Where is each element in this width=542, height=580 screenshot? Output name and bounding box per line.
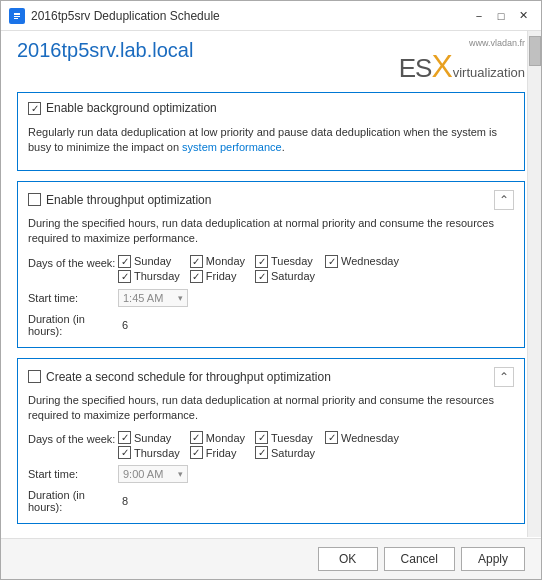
day-wednesday-1-label: Wednesday	[341, 255, 399, 267]
maximize-button[interactable]: □	[491, 6, 511, 26]
content-area: Enable background optimization Regularly…	[1, 86, 541, 538]
title-bar-left: 2016tp5srv Deduplication Schedule	[9, 8, 220, 24]
svg-rect-2	[14, 16, 20, 17]
brand-site: www.vladan.fr	[399, 39, 525, 48]
throughput-start-time-select[interactable]: 1:45 AM ▾	[118, 289, 188, 307]
day-tuesday-2: Tuesday	[255, 431, 315, 444]
day-saturday-2: Saturday	[255, 446, 315, 459]
throughput-time-dropdown-icon: ▾	[178, 293, 183, 303]
second-schedule-checkbox[interactable]	[28, 370, 41, 383]
second-schedule-section: Create a second schedule for throughput …	[17, 358, 525, 525]
day-tuesday-1: Tuesday	[255, 255, 315, 268]
second-schedule-description: During the specified hours, run data ded…	[28, 393, 514, 424]
brand-es: ES	[399, 55, 432, 81]
day-monday-2: Monday	[190, 431, 245, 444]
throughput-start-time-label: Start time:	[28, 292, 118, 304]
bg-checkbox-text: Enable background optimization	[46, 101, 217, 115]
throughput-days-row: Days of the week: Sunday Monday Tuesday	[28, 255, 514, 283]
throughput-checkbox-text: Enable throughput optimization	[46, 193, 211, 207]
day-thursday-1: Thursday	[118, 270, 180, 283]
throughput-start-time-row: Start time: 1:45 AM ▾	[28, 289, 514, 307]
day-wednesday-2-checkbox[interactable]	[325, 431, 338, 444]
second-start-time-row: Start time: 9:00 AM ▾	[28, 465, 514, 483]
minimize-button[interactable]: −	[469, 6, 489, 26]
scrollbar-track[interactable]	[527, 31, 541, 537]
day-sunday-1-label: Sunday	[134, 255, 171, 267]
second-start-time-value: 9:00 AM	[123, 468, 163, 480]
day-monday-2-label: Monday	[206, 432, 245, 444]
day-sunday-1-checkbox[interactable]	[118, 255, 131, 268]
day-saturday-1-label: Saturday	[271, 270, 315, 282]
throughput-duration-row: Duration (in hours): 6	[28, 313, 514, 337]
day-wednesday-1-checkbox[interactable]	[325, 255, 338, 268]
brand-virt: virtualization	[453, 66, 525, 79]
apply-button[interactable]: Apply	[461, 547, 525, 571]
day-saturday-1-checkbox[interactable]	[255, 270, 268, 283]
throughput-duration-value: 6	[122, 319, 128, 331]
day-friday-1-label: Friday	[206, 270, 237, 282]
svg-rect-1	[14, 13, 20, 15]
day-friday-2-label: Friday	[206, 447, 237, 459]
second-days-grid: Sunday Monday Tuesday Wednesday	[118, 431, 399, 459]
day-monday-2-checkbox[interactable]	[190, 431, 203, 444]
second-schedule-header: Create a second schedule for throughput …	[28, 367, 514, 387]
day-wednesday-2: Wednesday	[325, 431, 399, 444]
second-duration-row: Duration (in hours): 8	[28, 489, 514, 513]
second-schedule-checkbox-label[interactable]: Create a second schedule for throughput …	[28, 370, 331, 384]
day-wednesday-2-label: Wednesday	[341, 432, 399, 444]
day-tuesday-2-checkbox[interactable]	[255, 431, 268, 444]
second-schedule-collapse-button[interactable]: ⌃	[494, 367, 514, 387]
brand-x: X	[431, 50, 452, 82]
brand-logo: www.vladan.fr ES X virtualization	[399, 39, 525, 82]
scrollbar-thumb[interactable]	[529, 36, 541, 66]
cancel-button[interactable]: Cancel	[384, 547, 455, 571]
day-sunday-2-checkbox[interactable]	[118, 431, 131, 444]
bg-section: Enable background optimization Regularly…	[17, 92, 525, 171]
throughput-checkbox-label[interactable]: Enable throughput optimization	[28, 193, 211, 207]
throughput-description: During the specified hours, run data ded…	[28, 216, 514, 247]
second-time-dropdown-icon: ▾	[178, 469, 183, 479]
throughput-section-header: Enable throughput optimization ⌃	[28, 190, 514, 210]
throughput-collapse-button[interactable]: ⌃	[494, 190, 514, 210]
day-thursday-1-checkbox[interactable]	[118, 270, 131, 283]
second-days-row: Days of the week: Sunday Monday Tuesday	[28, 431, 514, 459]
day-thursday-2-checkbox[interactable]	[118, 446, 131, 459]
day-sunday-1: Sunday	[118, 255, 180, 268]
bg-checkbox-label[interactable]: Enable background optimization	[28, 101, 217, 115]
second-duration-label: Duration (in hours):	[28, 489, 118, 513]
day-friday-2-checkbox[interactable]	[190, 446, 203, 459]
day-friday-1-checkbox[interactable]	[190, 270, 203, 283]
day-tuesday-1-checkbox[interactable]	[255, 255, 268, 268]
throughput-days-label: Days of the week:	[28, 255, 118, 269]
second-schedule-checkbox-text: Create a second schedule for throughput …	[46, 370, 331, 384]
day-monday-1-label: Monday	[206, 255, 245, 267]
second-duration-value: 8	[122, 495, 128, 507]
second-days-label: Days of the week:	[28, 431, 118, 445]
day-monday-1: Monday	[190, 255, 245, 268]
day-thursday-2-label: Thursday	[134, 447, 180, 459]
ok-button[interactable]: OK	[318, 547, 378, 571]
day-saturday-1: Saturday	[255, 270, 315, 283]
throughput-start-time-value: 1:45 AM	[123, 292, 163, 304]
throughput-days-grid: Sunday Monday Tuesday Wednesday	[118, 255, 399, 283]
app-icon	[9, 8, 25, 24]
svg-rect-3	[14, 18, 18, 19]
title-bar: 2016tp5srv Deduplication Schedule − □ ✕	[1, 1, 541, 31]
bg-checkbox[interactable]	[28, 102, 41, 115]
throughput-checkbox[interactable]	[28, 193, 41, 206]
close-button[interactable]: ✕	[513, 6, 533, 26]
day-saturday-2-checkbox[interactable]	[255, 446, 268, 459]
page-title: 2016tp5srv.lab.local	[17, 39, 193, 62]
throughput-section: Enable throughput optimization ⌃ During …	[17, 181, 525, 348]
day-monday-1-checkbox[interactable]	[190, 255, 203, 268]
second-start-time-label: Start time:	[28, 468, 118, 480]
window: 2016tp5srv Deduplication Schedule − □ ✕ …	[0, 0, 542, 580]
day-sunday-2: Sunday	[118, 431, 180, 444]
bg-section-header: Enable background optimization	[28, 101, 514, 115]
day-friday-1: Friday	[190, 270, 245, 283]
second-start-time-select[interactable]: 9:00 AM ▾	[118, 465, 188, 483]
day-thursday-2: Thursday	[118, 446, 180, 459]
day-wednesday-1: Wednesday	[325, 255, 399, 268]
day-friday-2: Friday	[190, 446, 245, 459]
day-tuesday-2-label: Tuesday	[271, 432, 313, 444]
